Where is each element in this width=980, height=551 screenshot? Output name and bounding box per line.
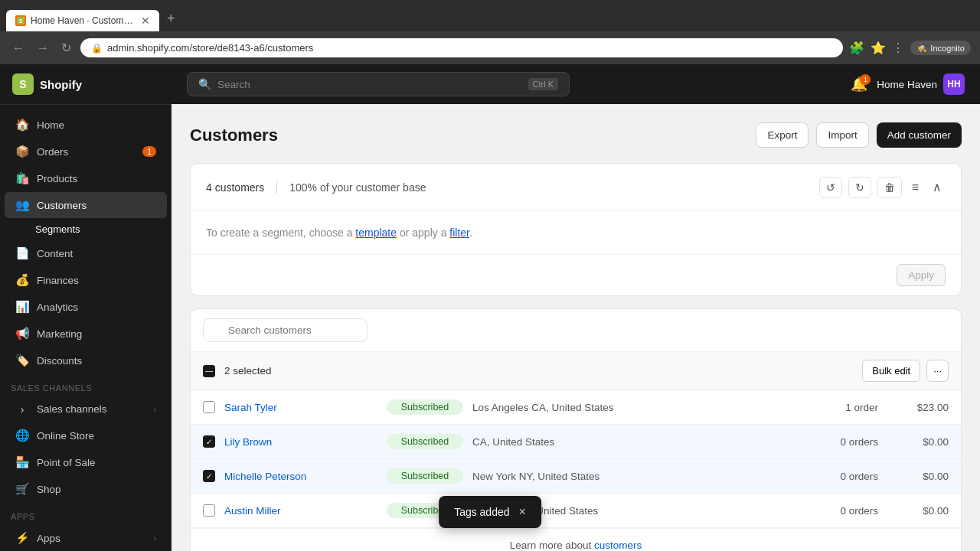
search-wrap: 🔍 [203,318,949,342]
table-footer: Learn more about customers [191,528,961,551]
extension-btn[interactable]: 🧩 [849,41,864,55]
header-actions: Export Import Add customer [756,122,962,148]
incognito-badge: 🕵️ Incognito [910,41,971,55]
customer-search-input[interactable] [203,318,368,342]
store-switcher-btn[interactable]: Home Haven HH [877,73,965,95]
orders-icon: 📦 [15,145,29,158]
table-toolbar: 🔍 [191,309,961,352]
customer-spent-3: $0.00 [887,471,949,482]
customer-name-3[interactable]: Michelle Peterson [224,471,377,482]
filter-link[interactable]: filter [449,227,469,239]
tab-close-btn[interactable]: ✕ [141,15,150,27]
refresh-btn[interactable]: ↻ [58,37,74,58]
filter-btn[interactable]: ≡ [908,177,923,198]
sidebar-item-online-store[interactable]: 🌐 Online Store [5,422,167,448]
sidebar-item-home[interactable]: 🏠 Home [5,112,167,138]
apps-icon: ⚡ [15,531,29,545]
sidebar-item-customers[interactable]: 👥 Customers [5,192,167,218]
svg-text:S: S [19,18,23,24]
back-btn[interactable]: ← [9,38,28,58]
more-actions-btn[interactable]: ··· [926,360,949,382]
content-icon: 📄 [15,246,29,260]
sidebar-item-orders[interactable]: 📦 Orders 1 [5,139,167,165]
row-checkbox-1[interactable] [203,401,215,413]
tab-title: Home Haven · Customers · Sho... [31,15,136,26]
notifications-btn[interactable]: 🔔 1 [851,76,867,93]
lock-icon: 🔒 [91,43,103,54]
search-shortcut: Ctrl K [528,78,559,90]
incognito-icon: 🕵️ [916,43,927,53]
table-selected-header: — 2 selected Bulk edit ··· [191,352,961,390]
home-icon: 🏠 [15,118,29,132]
row-checkbox-3[interactable]: ✓ [203,470,215,482]
select-all-checkbox[interactable]: — [203,365,215,377]
segment-footer: Apply [191,254,961,295]
new-tab-btn[interactable]: + [161,6,181,31]
selected-count-label: 2 selected [224,365,272,377]
customer-spent-2: $0.00 [887,436,949,448]
notification-badge: 1 [860,74,871,85]
app-layout: S Shopify 🏠 Home 📦 Orders 1 🛍️ Products … [0,64,980,551]
sales-channels-expand-icon: › [15,403,29,416]
sidebar-item-marketing[interactable]: 📢 Marketing [5,321,167,347]
table-row: ✓ Michelle Peterson Subscribed New York … [191,459,961,494]
divider [276,181,277,194]
sidebar-item-products[interactable]: 🛍️ Products [5,165,167,191]
table-row: Austin Miller Subscribed Lafayette NJ, U… [191,494,961,528]
browser-chrome: S Home Haven · Customers · Sho... ✕ + ← … [0,0,980,64]
sidebar-item-analytics[interactable]: 📊 Analytics [5,294,167,320]
bookmark-btn[interactable]: ⭐ [871,41,886,55]
bulk-edit-button[interactable]: Bulk edit [862,360,920,382]
customer-location-2: CA, United States [472,436,800,448]
customer-name-2[interactable]: Lily Brown [224,436,377,448]
topbar: 🔍 Search Ctrl K 🔔 1 Home Haven HH [172,64,980,104]
table-row: Sarah Tyler Subscribed Los Angeles CA, U… [191,390,961,425]
page-header: Customers Export Import Add customer [190,122,962,148]
shopify-logo: S Shopify [12,73,82,95]
toast-close-btn[interactable]: × [519,505,526,519]
export-button[interactable]: Export [756,122,808,148]
collapse-btn[interactable]: ∧ [929,176,946,198]
browser-nav: ← → ↻ 🔒 admin.shopify.com/store/de8143-a… [0,31,980,64]
finances-icon: 💰 [15,273,29,287]
shop-icon: 🛒 [15,482,29,496]
customer-orders-3: 0 orders [809,471,878,482]
segment-base: 100% of your customer base [289,181,426,194]
customer-name-4[interactable]: Austin Miller [224,505,377,517]
sidebar-item-segments[interactable]: Segments [5,219,167,240]
apply-button[interactable]: Apply [897,264,946,286]
period: . [469,227,472,239]
template-link[interactable]: template [355,227,397,239]
sidebar-item-content[interactable]: 📄 Content [5,240,167,266]
pos-icon: 🏪 [15,455,29,469]
add-customer-button[interactable]: Add customer [877,122,962,148]
search-bar[interactable]: 🔍 Search Ctrl K [187,72,570,96]
delete-segment-btn[interactable]: 🗑 [877,177,902,198]
segment-card: 4 customers 100% of your customer base ↺… [190,163,962,296]
topbar-actions: 🔔 1 Home Haven HH [851,73,965,95]
active-tab[interactable]: S Home Haven · Customers · Sho... ✕ [6,10,159,31]
segment-body: To create a segment, choose a template o… [191,211,961,254]
row-checkbox-4[interactable] [203,504,215,517]
row-checkbox-2[interactable]: ✓ [203,435,215,448]
customer-table-card: 🔍 — 2 selected Bulk edit ··· Sar [190,308,962,551]
search-placeholder: Search [217,79,250,90]
marketing-icon: 📢 [15,327,29,341]
redo-btn[interactable]: ↻ [848,177,871,198]
sidebar-item-finances[interactable]: 💰 Finances [5,267,167,293]
sidebar-item-point-of-sale[interactable]: 🏪 Point of Sale [5,449,167,475]
customer-orders-4: 0 orders [809,505,878,517]
customer-name-1[interactable]: Sarah Tyler [224,402,377,413]
tab-favicon: S [15,15,26,26]
undo-btn[interactable]: ↺ [819,177,842,198]
import-button[interactable]: Import [816,122,868,148]
sidebar-item-sales-channels[interactable]: › Sales channels › [5,396,167,422]
sidebar-item-shop[interactable]: 🛒 Shop [5,476,167,502]
menu-btn[interactable]: ⋮ [892,41,904,55]
sidebar-item-discounts[interactable]: 🏷️ Discounts [5,347,167,373]
forward-btn[interactable]: → [34,38,52,58]
toast-message: Tags added [454,506,509,518]
address-bar[interactable]: 🔒 admin.shopify.com/store/de8143-a6/cust… [80,38,843,57]
customers-link[interactable]: customers [594,540,642,551]
sidebar-item-apps[interactable]: ⚡ Apps › [5,525,167,551]
